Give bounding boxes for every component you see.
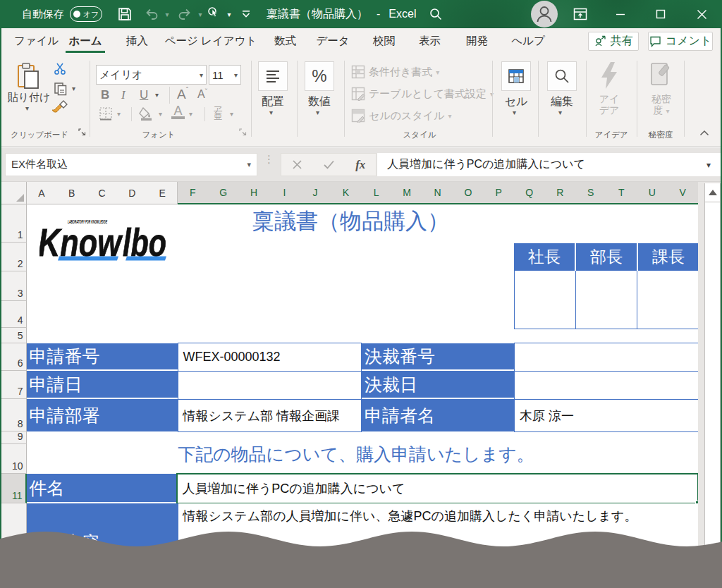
column-header-J[interactable]: J [300,182,331,204]
row-header-10[interactable]: 10 [1,444,27,474]
save-button[interactable] [115,0,135,28]
column-header-F[interactable]: F [178,182,209,204]
row-header-11[interactable]: 11 [1,474,27,503]
row-header-1[interactable]: 1 [1,204,27,243]
column-header-A[interactable]: A [27,182,58,204]
font-color-button[interactable]: A [171,106,185,119]
underline-button[interactable]: U [140,88,148,102]
column-header-N[interactable]: N [422,182,453,204]
bold-button[interactable]: B [101,88,109,102]
search-button[interactable] [425,0,446,28]
vertical-scrollbar[interactable] [704,183,721,588]
redo-button[interactable] [176,0,193,28]
touch-mode-dropdown[interactable]: ▾ [224,0,234,28]
cell-department[interactable]: 情報システム部 情報企画課 [178,400,362,432]
borders-dropdown-chevron[interactable]: ▾ [117,110,121,118]
insert-function-button[interactable]: fx [355,158,365,172]
phonetic-dropdown-chevron[interactable]: ▾ [230,110,233,118]
cell-application-no[interactable]: WFEX-00000132 [178,343,362,372]
phonetic-guide-button[interactable]: ア亜 [214,106,222,120]
select-all-corner[interactable] [1,182,27,204]
column-header-U[interactable]: U [637,182,668,204]
maximize-button[interactable] [645,0,676,28]
row-header-6[interactable]: 6 [1,343,27,371]
column-header-B[interactable]: B [56,182,87,204]
column-header-M[interactable]: M [391,182,422,204]
format-as-table-button[interactable]: テーブルとして書式設定 ▾ [351,87,494,101]
fill-color-dropdown-chevron[interactable]: ▾ [159,110,162,118]
tab-データ[interactable]: データ [315,28,350,54]
column-header-V[interactable]: V [668,182,699,204]
tab-開発[interactable]: 開発 [465,28,489,54]
font-name-combo[interactable]: メイリオ ▾ [96,65,207,85]
comments-button[interactable]: コメント [648,32,713,51]
cell-applicant[interactable]: 木原 涼一 [514,400,699,432]
font-size-combo[interactable]: 11 ▾ [209,65,241,85]
column-header-S[interactable]: S [575,182,607,204]
collapse-ribbon-button[interactable] [699,130,709,136]
column-header-K[interactable]: K [331,182,362,204]
font-color-dropdown-chevron[interactable]: ▾ [189,110,192,118]
column-header-Q[interactable]: Q [514,182,546,204]
row-header-8[interactable]: 8 [1,399,27,431]
minimize-button[interactable] [605,0,636,28]
row-header-7[interactable]: 7 [1,371,27,399]
row-header-9[interactable]: 9 [1,431,27,444]
column-header-I[interactable]: I [269,182,300,204]
cell-approval-date[interactable] [514,372,699,400]
tab-file[interactable]: ファイル [11,28,61,54]
column-header-P[interactable]: P [484,182,515,204]
name-box[interactable]: EX件名取込 ▾ [5,153,257,176]
fill-color-button[interactable] [139,106,154,121]
tab-表示[interactable]: 表示 [417,28,442,54]
account-avatar[interactable] [529,0,560,28]
column-header-D[interactable]: D [117,182,148,204]
scroll-up-button[interactable] [705,183,720,202]
increase-font-size-button[interactable]: Aˆ [177,87,188,102]
cancel-entry-icon[interactable] [292,159,302,170]
row-header-4[interactable]: 4 [1,301,27,328]
cell-styles-button[interactable]: セルのスタイル ▾ [351,109,452,123]
undo-dropdown[interactable]: ▾ [163,0,171,28]
column-header-G[interactable]: G [208,182,239,204]
conditional-formatting-button[interactable]: 条件付き書式 ▾ [351,65,439,79]
tab-ホーム[interactable]: ホーム [68,28,103,54]
redo-dropdown[interactable]: ▾ [196,0,204,28]
formula-input[interactable]: 人員増加に伴うPCの追加購入について ▾ [377,153,721,176]
column-header-L[interactable]: L [361,182,392,204]
close-button[interactable] [686,0,717,28]
share-button[interactable]: 共有 [588,32,639,51]
cell-approval-no[interactable] [514,343,699,372]
row-header-5[interactable]: 5 [1,328,27,344]
undo-button[interactable] [143,0,160,28]
touch-mouse-mode-button[interactable] [204,0,223,28]
tab-校閲[interactable]: 校閲 [372,28,396,54]
column-header-H[interactable]: H [238,182,269,204]
ribbon-display-options-button[interactable] [570,0,591,28]
italic-button[interactable]: I [121,88,126,102]
cell-application-date[interactable] [178,372,362,400]
tab-ヘルプ[interactable]: ヘルプ [510,28,546,54]
borders-button[interactable] [99,106,113,121]
row-header-12[interactable]: 12 [1,503,27,588]
tab-数式[interactable]: 数式 [273,28,298,54]
autosave-toggle[interactable]: オフ [70,0,102,28]
tab-挿入[interactable]: 挿入 [125,28,149,54]
decrease-font-size-button[interactable]: Aˇ [197,88,207,101]
underline-dropdown-chevron[interactable]: ▾ [155,91,159,99]
row-header-3[interactable]: 3 [1,271,27,301]
row-header-2[interactable]: 2 [1,243,27,271]
quick-access-toolbar-dropdown[interactable] [240,0,252,28]
column-header-E[interactable]: E [147,182,178,204]
column-header-O[interactable]: O [453,182,484,204]
column-header-C[interactable]: C [87,182,118,204]
column-header-R[interactable]: R [545,182,577,204]
formula-bar-resizer[interactable]: ⋮ [264,157,274,162]
enter-entry-icon[interactable] [323,159,335,170]
clipboard-dialog-launcher[interactable] [78,128,87,137]
font-dialog-launcher[interactable] [238,128,248,137]
expand-formula-bar-chevron[interactable]: ▾ [706,160,711,170]
cell-detail[interactable]: 情報システム部の人員増加に伴い、急遽PCの追加購入したく申請いたします。 [178,503,699,588]
column-header-T[interactable]: T [606,182,638,204]
tab-ページ レイアウト[interactable]: ページ レイアウト [171,28,251,54]
